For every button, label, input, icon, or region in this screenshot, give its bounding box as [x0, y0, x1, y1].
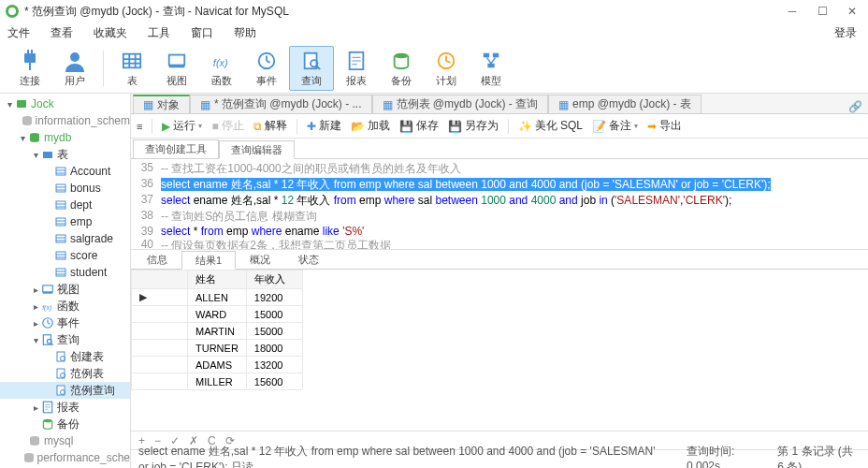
tree-item-score[interactable]: score: [0, 247, 130, 264]
svg-rect-10: [169, 54, 185, 65]
tbl-icon: [54, 232, 67, 245]
minimize-button[interactable]: ─: [786, 5, 799, 18]
link-icon[interactable]: 🔗: [848, 100, 862, 113]
tree-item-mysql[interactable]: mysql: [0, 432, 130, 449]
export-button[interactable]: ➡导出: [647, 118, 682, 134]
login-link[interactable]: 登录: [834, 25, 857, 41]
tree-toggle-icon[interactable]: ▾: [30, 335, 41, 345]
tree-item-事件[interactable]: ▸事件: [0, 314, 130, 331]
tree-item-表[interactable]: ▾表: [0, 146, 130, 163]
toolbar-table[interactable]: 表: [109, 46, 154, 91]
doc-tab-1[interactable]: ▦* 范例查询 @mydb (Jock) - ...: [190, 95, 372, 113]
folder-icon: [41, 148, 54, 161]
toolbar-search[interactable]: 查询: [289, 46, 334, 91]
model-icon: [479, 49, 503, 73]
toolbar-user[interactable]: 用户: [52, 46, 97, 91]
report-icon: [344, 49, 369, 73]
result-tab-结果1[interactable]: 结果1: [181, 251, 236, 270]
explain-button[interactable]: ⧉解释: [253, 118, 287, 134]
table-icon: [120, 49, 144, 73]
user-icon: [63, 49, 87, 73]
query-action-bar: ≡ ▶运行▾ ■停止 ⧉解释 ✚新建 📂加载 💾保存 💾另存为 ✨美化 SQL …: [131, 114, 868, 139]
toolbar-fx[interactable]: f(x)函数: [199, 46, 244, 91]
stop-button[interactable]: ■停止: [211, 118, 243, 134]
svg-rect-33: [43, 152, 52, 158]
tree-item-salgrade[interactable]: salgrade: [0, 230, 130, 247]
tab-icon: ▦: [200, 98, 210, 111]
result-tab-信息[interactable]: 信息: [133, 250, 181, 269]
result-tab-状态[interactable]: 状态: [284, 250, 333, 269]
tree-toggle-icon[interactable]: ▾: [4, 99, 15, 110]
table-row[interactable]: WARD15000: [132, 306, 303, 323]
table-row[interactable]: MILLER15600: [132, 373, 303, 390]
comment-button[interactable]: 📝备注▾: [592, 118, 638, 134]
tree-item-备份[interactable]: 备份: [0, 416, 130, 432]
toolbar-backup[interactable]: 备份: [379, 46, 424, 91]
tree-item-emp[interactable]: emp: [0, 213, 130, 230]
report-icon: [41, 401, 54, 414]
toolbar-schedule[interactable]: 计划: [424, 46, 469, 91]
result-grid[interactable]: 姓名年收入▶ALLEN19200WARD15000MARTIN15000TURN…: [131, 270, 868, 431]
tree-toggle-icon[interactable]: ▸: [30, 402, 41, 413]
tree-toggle-icon[interactable]: ▾: [17, 133, 28, 143]
tree-item-student[interactable]: student: [0, 264, 130, 281]
table-row[interactable]: MARTIN15000: [132, 323, 303, 340]
table-row[interactable]: TURNER18000: [132, 340, 303, 357]
tree-item-information_schem[interactable]: information_schem: [0, 112, 130, 129]
svg-rect-3: [29, 63, 31, 70]
beautify-button[interactable]: ✨美化 SQL: [518, 118, 583, 134]
toolbar-report[interactable]: 报表: [334, 46, 379, 91]
tree-toggle-icon[interactable]: ▸: [30, 285, 41, 295]
tree-toggle-icon[interactable]: ▸: [30, 318, 41, 329]
tree-item-视图[interactable]: ▸视图: [0, 281, 130, 298]
tree-item-mydb[interactable]: ▾mydb: [0, 129, 130, 146]
new-button[interactable]: ✚新建: [307, 118, 341, 134]
toolbar-view[interactable]: 视图: [154, 46, 199, 91]
menu-help[interactable]: 帮助: [234, 25, 256, 41]
saveas-button[interactable]: 💾另存为: [448, 118, 499, 134]
tree-item-查询[interactable]: ▾查询: [0, 331, 130, 348]
tree-item-创建表[interactable]: 创建表: [0, 348, 130, 365]
clock-icon: [41, 316, 54, 329]
view-icon: [165, 49, 189, 73]
maximize-button[interactable]: ☐: [816, 5, 829, 18]
menu-file[interactable]: 文件: [7, 25, 30, 41]
menu-tools[interactable]: 工具: [148, 25, 170, 41]
menu-window[interactable]: 窗口: [191, 25, 213, 41]
tree-toggle-icon[interactable]: ▾: [30, 150, 41, 160]
table-row[interactable]: ▶ALLEN19200: [132, 289, 303, 306]
menu-fav[interactable]: 收藏夹: [94, 25, 127, 41]
hamburger-icon[interactable]: ≡: [137, 121, 142, 132]
col-header[interactable]: 年收入: [246, 271, 302, 289]
result-tab-概况[interactable]: 概况: [236, 250, 284, 269]
toolbar-model[interactable]: 模型: [469, 46, 514, 91]
toolbar-plug[interactable]: 连接: [7, 46, 52, 91]
tree-item-performance_sche[interactable]: performance_sche: [0, 449, 130, 466]
tree-item-bonus[interactable]: bonus: [0, 180, 130, 197]
svg-line-60: [48, 323, 50, 324]
subtab-builder[interactable]: 查询创建工具: [133, 139, 219, 158]
tree-item-Account[interactable]: Account: [0, 163, 130, 180]
table-row[interactable]: ADAMS13200: [132, 357, 303, 373]
tree-item-范例表[interactable]: 范例表: [0, 365, 130, 382]
close-button[interactable]: ✕: [846, 5, 859, 18]
tree-item-Jock[interactable]: ▾Jock: [0, 95, 130, 112]
svg-rect-2: [31, 50, 33, 53]
subtab-editor[interactable]: 查询编辑器: [219, 140, 295, 159]
col-header[interactable]: 姓名: [188, 271, 247, 289]
tree-item-dept[interactable]: dept: [0, 197, 130, 213]
sql-editor[interactable]: 35-- 查找工资在1000-4000之间的职员或销售员的姓名及年收入36sel…: [131, 159, 868, 249]
doc-tab-0[interactable]: ▦对象: [133, 95, 190, 113]
tree-item-范例查询[interactable]: 范例查询: [0, 382, 130, 399]
run-button[interactable]: ▶运行▾: [162, 118, 202, 134]
svg-rect-0: [24, 53, 36, 63]
tree-item-报表[interactable]: ▸报表: [0, 399, 130, 416]
tree-toggle-icon[interactable]: ▸: [30, 301, 41, 312]
load-button[interactable]: 📂加载: [351, 118, 390, 134]
save-button[interactable]: 💾保存: [399, 118, 439, 134]
tree-item-函数[interactable]: ▸f(x)函数: [0, 298, 130, 314]
toolbar-clock[interactable]: 事件: [244, 46, 289, 91]
doc-tab-3[interactable]: ▦emp @mydb (Jock) - 表: [548, 95, 702, 113]
menu-view[interactable]: 查看: [51, 25, 73, 41]
doc-tab-2[interactable]: ▦范例表 @mydb (Jock) - 查询: [372, 95, 549, 113]
